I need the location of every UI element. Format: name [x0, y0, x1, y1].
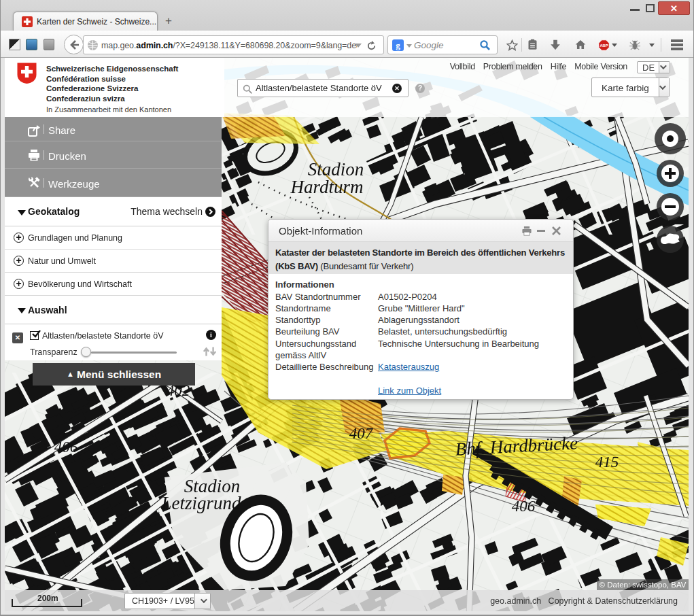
- svg-text:ABP: ABP: [600, 44, 608, 48]
- svg-text:Letzigrund: Letzigrund: [160, 493, 241, 513]
- svg-text:406: 406: [512, 498, 536, 515]
- svg-text:415: 415: [595, 454, 619, 470]
- svg-text:Hardturm: Hardturm: [290, 177, 363, 197]
- svg-text:406: 406: [54, 439, 78, 456]
- svg-text:407: 407: [349, 425, 374, 442]
